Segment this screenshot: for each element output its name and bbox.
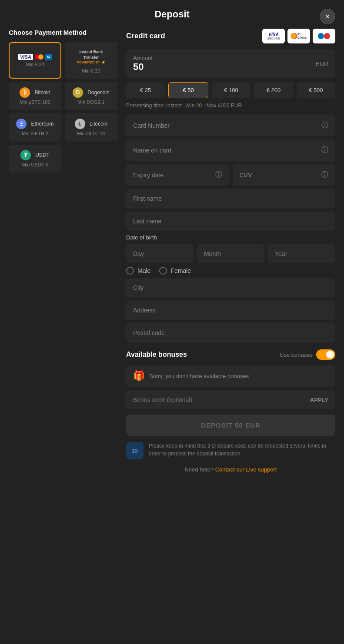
first-name-field[interactable] [126, 189, 335, 208]
payment-method-bitcoin[interactable]: ₿ Bitcoin Min μBTC 100 [9, 82, 61, 110]
usdt-label: USDT [35, 152, 50, 158]
payment-grid: VISA M Min € 20 Instant Bank Transfer PO… [9, 42, 117, 173]
available-bonuses-section: Available bonuses Use bonuses 🎁 Sorry, y… [126, 349, 335, 409]
maestro-logo-box [313, 29, 335, 43]
day-field[interactable] [126, 244, 194, 263]
card-number-field[interactable]: ⓘ [126, 115, 335, 136]
expiry-cvv-row: ⓘ ⓘ [126, 164, 335, 186]
amount-btn-25[interactable]: € 25 [126, 82, 165, 98]
modal-title: Deposit [154, 9, 190, 20]
deposit-button[interactable]: DEPOSIT 50 EUR [126, 415, 335, 436]
payment-method-card[interactable]: VISA M Min € 20 [9, 42, 61, 79]
month-field[interactable] [197, 244, 264, 263]
right-header: Credit card VISA SECURE [126, 29, 335, 43]
litecoin-min-label: Min mLTC 10 [77, 131, 105, 136]
credit-card-title: Credit card [126, 32, 165, 40]
gift-icon: 🎁 [133, 370, 145, 382]
instant-bank-display: Instant Bank Transfer POWERED BY ⚡ [70, 47, 112, 66]
amount-btn-200[interactable]: € 200 [254, 82, 293, 98]
male-radio-circle[interactable] [126, 267, 134, 275]
expiry-date-input[interactable] [133, 172, 215, 179]
expiry-info-icon[interactable]: ⓘ [215, 170, 222, 179]
postal-code-field[interactable] [126, 323, 335, 342]
modal-header: Deposit × [9, 9, 335, 20]
day-input[interactable] [133, 250, 187, 257]
payment-method-litecoin[interactable]: Ł Litecoin Min mLTC 10 [65, 113, 117, 141]
ethereum-label: Ethereum [31, 121, 53, 127]
gender-radio-group: Male Female [126, 267, 335, 275]
currency-label: EUR [315, 60, 328, 67]
ethereum-min-label: Min mETH 2 [22, 131, 48, 136]
3d-secure-icon: 3D [126, 442, 144, 459]
dogecoin-min-label: Min DOGE 1 [77, 100, 104, 105]
amount-btn-100[interactable]: € 100 [212, 82, 250, 98]
amount-buttons: € 25 € 50 € 100 € 200 € 500 [126, 82, 335, 98]
male-label: Male [137, 267, 150, 274]
bitcoin-icon: ₿ [20, 87, 30, 98]
amount-value: 50 [133, 61, 153, 73]
maestro-blue-circle [318, 33, 324, 39]
year-field[interactable] [268, 244, 335, 263]
address-input[interactable] [133, 307, 328, 314]
right-panel: Credit card VISA SECURE [126, 29, 335, 473]
card-min-label: Min € 20 [26, 62, 44, 67]
use-bonuses-label: Use bonuses [280, 352, 313, 358]
postal-code-input[interactable] [133, 329, 328, 336]
usdt-min-label: Min USDT 5 [22, 162, 48, 167]
last-name-field[interactable] [126, 212, 335, 231]
city-input[interactable] [133, 284, 328, 291]
card-icons-row: VISA M [18, 54, 52, 60]
first-name-input[interactable] [133, 195, 328, 202]
expiry-date-field[interactable]: ⓘ [126, 164, 229, 186]
payment-method-ethereum[interactable]: Ξ Ethereum Min mETH 2 [9, 113, 61, 141]
year-input[interactable] [275, 250, 328, 257]
card-number-info-icon[interactable]: ⓘ [321, 121, 328, 130]
maestro-red-circle [324, 33, 330, 39]
svg-text:3D: 3D [132, 448, 138, 454]
payment-method-usdt[interactable]: ₮ USDT Min USDT 5 [9, 145, 61, 173]
left-panel: Choose Payment Method VISA M Min € 20 In… [9, 29, 117, 473]
bonus-code-input[interactable] [133, 396, 310, 403]
female-label: Female [170, 267, 191, 274]
live-support-link[interactable]: Contact our Live support [215, 466, 277, 473]
month-input[interactable] [204, 250, 257, 257]
use-bonuses-row: Use bonuses [280, 349, 335, 360]
cvv-field[interactable]: ⓘ [233, 164, 336, 186]
close-button[interactable]: × [320, 9, 335, 24]
amount-label: Amount [133, 55, 153, 61]
visa-logo-text: VISA [268, 32, 278, 37]
usdt-icon: ₮ [20, 150, 31, 160]
female-radio-label[interactable]: Female [159, 267, 191, 275]
cvv-info-icon[interactable]: ⓘ [321, 170, 328, 179]
secure-notice-text: Please keep in mind that 3-D Secure code… [149, 442, 335, 458]
bonuses-title: Available bonuses [126, 351, 187, 359]
bonus-code-field[interactable]: APPLY [126, 390, 335, 409]
male-radio-label[interactable]: Male [126, 267, 150, 275]
help-text: Need help? Contact our Live support [126, 466, 335, 473]
card-logos: VISA SECURE ID Check [262, 29, 335, 43]
processing-info: Processing time: Instant , Min 20 - Max … [126, 103, 335, 109]
litecoin-label: Litecoin [90, 121, 107, 127]
name-on-card-info-icon[interactable]: ⓘ [321, 146, 328, 155]
amount-btn-50[interactable]: € 50 [168, 82, 208, 98]
cvv-input[interactable] [240, 172, 322, 179]
use-bonuses-toggle[interactable] [316, 349, 335, 360]
amount-btn-500[interactable]: € 500 [297, 82, 335, 98]
bitcoin-label: Bitcoin [34, 90, 50, 96]
payment-method-instant-bank[interactable]: Instant Bank Transfer POWERED BY ⚡ Min €… [65, 42, 117, 79]
apply-bonus-button[interactable]: APPLY [310, 397, 328, 403]
mastercard-icon [35, 54, 43, 60]
secure-notice: 3D Please keep in mind that 3-D Secure c… [126, 442, 335, 459]
no-bonus-text: Sorry, you don't have available bonuses [149, 373, 249, 379]
name-on-card-field[interactable]: ⓘ [126, 139, 335, 161]
card-number-input[interactable] [133, 122, 321, 129]
female-radio-circle[interactable] [159, 267, 167, 275]
name-on-card-input[interactable] [133, 147, 321, 154]
address-field[interactable] [126, 301, 335, 320]
last-name-input[interactable] [133, 218, 328, 225]
payment-method-dogecoin[interactable]: D Dogecoin Min DOGE 1 [65, 82, 117, 110]
city-field[interactable] [126, 278, 335, 297]
maestro-small-icon: M [45, 54, 52, 60]
date-of-birth-label: Date of birth [126, 234, 335, 241]
instant-bank-min-label: Min € 20 [82, 68, 100, 73]
